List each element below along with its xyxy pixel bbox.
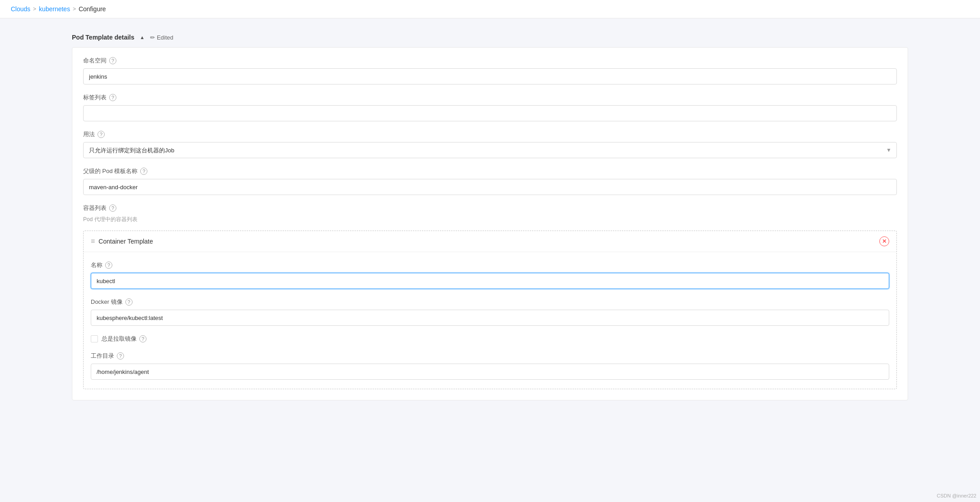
docker-image-group: Docker 镜像 ?	[91, 298, 889, 326]
parent-pod-input[interactable]	[83, 179, 897, 195]
container-list-group: 容器列表 ? Pod 代理中的容器列表	[83, 204, 897, 223]
container-name-group: 名称 ?	[91, 261, 889, 289]
container-list-sublabel: Pod 代理中的容器列表	[83, 216, 897, 223]
working-dir-input[interactable]	[91, 364, 889, 380]
container-name-label-text: 名称	[91, 261, 102, 269]
docker-image-label-text: Docker 镜像	[91, 298, 123, 306]
parent-pod-label-text: 父级的 Pod 模板名称	[83, 167, 137, 175]
always-pull-label: 总是拉取镜像 ?	[102, 335, 146, 343]
usage-select-wrapper: 只允许运行绑定到这台机器的Job 尽量使用这个节点，但如果必要，也允许使用其他的…	[83, 142, 897, 158]
usage-label: 用法 ?	[83, 130, 897, 138]
labels-label-text: 标签列表	[83, 93, 106, 102]
container-list-help-icon[interactable]: ?	[109, 204, 116, 212]
container-list-label-text: 容器列表	[83, 204, 106, 212]
namespace-label: 命名空间 ?	[83, 57, 897, 65]
parent-pod-help-icon[interactable]: ?	[140, 168, 147, 175]
working-dir-label-text: 工作目录	[91, 352, 114, 360]
form-section-inner: 命名空间 ? 标签列表 ? 用法 ?	[72, 57, 908, 223]
labels-help-icon[interactable]: ?	[109, 94, 116, 101]
namespace-label-text: 命名空间	[83, 57, 106, 65]
edit-icon: ✏	[150, 34, 155, 41]
section-title[interactable]: Pod Template details	[72, 34, 134, 41]
breadcrumb-configure: Configure	[79, 5, 106, 13]
namespace-help-icon[interactable]: ?	[109, 57, 116, 64]
drag-handle-icon[interactable]: ≡	[91, 237, 95, 245]
parent-pod-group: 父级的 Pod 模板名称 ?	[83, 167, 897, 195]
section-toggle-icon[interactable]: ▲	[140, 35, 145, 40]
always-pull-help-icon[interactable]: ?	[139, 335, 146, 342]
namespace-group: 命名空间 ?	[83, 57, 897, 84]
breadcrumb-clouds[interactable]: Clouds	[11, 5, 31, 13]
breadcrumb-sep-2: >	[73, 6, 76, 12]
container-template-close-button[interactable]: ✕	[879, 236, 889, 246]
container-template-title-text: Container Template	[98, 238, 153, 245]
form-section: 命名空间 ? 标签列表 ? 用法 ?	[72, 47, 908, 400]
usage-select[interactable]: 只允许运行绑定到这台机器的Job 尽量使用这个节点，但如果必要，也允许使用其他的…	[83, 142, 897, 158]
container-template-body: 名称 ? Docker 镜像 ? 总是	[84, 261, 896, 389]
always-pull-group: 总是拉取镜像 ?	[91, 335, 889, 343]
usage-group: 用法 ? 只允许运行绑定到这台机器的Job 尽量使用这个节点，但如果必要，也允许…	[83, 130, 897, 158]
breadcrumb-kubernetes[interactable]: kubernetes	[39, 5, 70, 13]
container-template-header: ≡ Container Template ✕	[84, 231, 896, 252]
parent-pod-label: 父级的 Pod 模板名称 ?	[83, 167, 897, 175]
labels-group: 标签列表 ?	[83, 93, 897, 121]
container-name-help-icon[interactable]: ?	[105, 262, 112, 269]
working-dir-label: 工作目录 ?	[91, 352, 889, 360]
docker-image-help-icon[interactable]: ?	[125, 298, 133, 306]
always-pull-label-text: 总是拉取镜像	[102, 335, 137, 343]
container-list-label: 容器列表 ?	[83, 204, 897, 212]
docker-image-label: Docker 镜像 ?	[91, 298, 889, 306]
breadcrumb-sep-1: >	[33, 6, 36, 12]
labels-label: 标签列表 ?	[83, 93, 897, 102]
usage-help-icon[interactable]: ?	[98, 131, 105, 138]
breadcrumb: Clouds > kubernetes > Configure	[0, 0, 980, 18]
docker-image-input[interactable]	[91, 310, 889, 326]
container-name-label: 名称 ?	[91, 261, 889, 269]
edited-badge: ✏ Edited	[150, 34, 173, 41]
usage-label-text: 用法	[83, 130, 95, 138]
labels-input[interactable]	[83, 105, 897, 121]
working-dir-group: 工作目录 ?	[91, 352, 889, 380]
always-pull-checkbox[interactable]	[91, 335, 98, 342]
edited-label: Edited	[157, 34, 173, 41]
namespace-input[interactable]	[83, 68, 897, 84]
container-template-box: ≡ Container Template ✕ 名称 ? Doc	[83, 231, 897, 389]
container-name-input[interactable]	[91, 273, 889, 289]
container-template-title: ≡ Container Template	[91, 237, 153, 245]
working-dir-help-icon[interactable]: ?	[117, 352, 124, 360]
section-header: Pod Template details ▲ ✏ Edited	[72, 27, 908, 47]
watermark: CSDN @inner222	[937, 493, 976, 498]
page-content: Pod Template details ▲ ✏ Edited 命名空间 ? 标…	[0, 18, 980, 500]
